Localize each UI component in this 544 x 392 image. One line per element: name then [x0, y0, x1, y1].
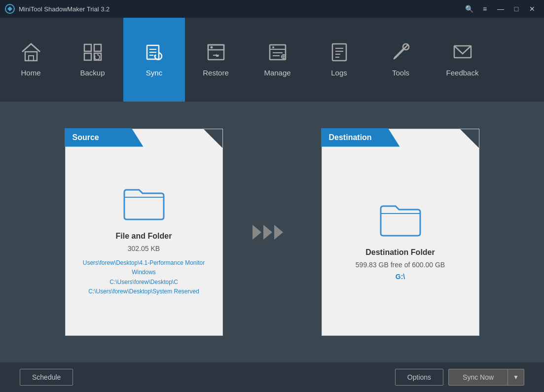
restore-icon: [206, 43, 226, 65]
source-card-corner: [204, 129, 222, 148]
sync-arrow: [253, 220, 292, 245]
destination-drive: G:\: [396, 273, 405, 281]
nav-item-backup[interactable]: Backup: [62, 18, 123, 102]
svg-rect-3: [84, 44, 91, 51]
source-header: Source: [65, 128, 144, 147]
title-bar-left: MiniTool ShadowMaker Trial 3.2: [5, 4, 109, 14]
nav-label-tools: Tools: [392, 69, 409, 77]
options-button[interactable]: Options: [395, 369, 443, 386]
source-card-body: File and Folder 302.05 KB Users\forew\De…: [66, 129, 222, 335]
svg-marker-33: [263, 225, 272, 240]
source-folder-icon: [122, 182, 166, 222]
svg-rect-2: [29, 56, 34, 61]
nav-label-manage: Manage: [264, 69, 290, 77]
search-button[interactable]: 🔍: [462, 3, 476, 14]
svg-point-17: [272, 46, 274, 48]
svg-rect-4: [94, 44, 101, 51]
nav-bar: Home Backup Sync: [0, 18, 544, 102]
app-logo-icon: [5, 4, 15, 14]
bottom-bar: Schedule Options Sync Now ▼: [0, 362, 544, 392]
source-paths: Users\forew\Desktop\4.1-Performance Moni…: [75, 258, 213, 296]
close-button[interactable]: ✕: [525, 3, 539, 14]
svg-point-13: [210, 46, 213, 48]
nav-item-tools[interactable]: Tools: [370, 18, 432, 102]
nav-label-home: Home: [21, 69, 40, 77]
nav-label-logs: Logs: [331, 69, 347, 77]
nav-label-restore: Restore: [203, 69, 229, 77]
destination-card-corner: [460, 129, 479, 148]
backup-icon: [83, 43, 103, 65]
source-card[interactable]: Source File and Folder 302.05 KB Users\f…: [65, 129, 223, 336]
logs-icon: [329, 43, 349, 65]
source-title: File and Folder: [116, 232, 172, 241]
app-title: MiniTool ShadowMaker Trial 3.2: [19, 5, 109, 13]
home-icon: [21, 43, 41, 65]
nav-item-home[interactable]: Home: [0, 18, 62, 102]
feedback-icon: [453, 43, 472, 65]
svg-marker-32: [253, 225, 261, 240]
menu-button[interactable]: ≡: [478, 3, 492, 14]
nav-label-feedback: Feedback: [446, 69, 479, 77]
destination-card-body: Destination Folder 599.83 GB free of 600…: [322, 129, 479, 335]
nav-item-manage[interactable]: Manage: [247, 18, 308, 102]
nav-item-feedback[interactable]: Feedback: [432, 18, 493, 102]
schedule-button[interactable]: Schedule: [20, 369, 73, 386]
source-size: 302.05 KB: [128, 245, 160, 252]
sync-icon: [145, 43, 164, 65]
nav-item-restore[interactable]: Restore: [185, 18, 247, 102]
destination-title: Destination Folder: [365, 248, 435, 257]
destination-header: Destination: [321, 128, 400, 147]
nav-item-sync[interactable]: Sync: [123, 18, 185, 102]
sync-now-dropdown-button[interactable]: ▼: [508, 369, 524, 386]
svg-rect-23: [332, 44, 346, 61]
chevron-down-icon: ▼: [513, 374, 519, 381]
minimize-button[interactable]: —: [494, 3, 508, 14]
main-content: Source File and Folder 302.05 KB Users\f…: [0, 102, 544, 362]
manage-icon: [268, 43, 288, 65]
svg-rect-5: [84, 53, 91, 60]
nav-item-logs[interactable]: Logs: [308, 18, 370, 102]
tools-icon: [391, 43, 411, 65]
window-controls: 🔍 ≡ — □ ✕: [462, 3, 539, 14]
destination-card[interactable]: Destination Destination Folder 599.83 GB…: [322, 129, 479, 336]
sync-now-button[interactable]: Sync Now: [448, 369, 508, 386]
right-buttons: Options Sync Now ▼: [395, 369, 524, 386]
destination-free-space: 599.83 GB free of 600.00 GB: [356, 261, 445, 269]
title-bar: MiniTool ShadowMaker Trial 3.2 🔍 ≡ — □ ✕: [0, 0, 544, 18]
maximize-button[interactable]: □: [509, 3, 523, 14]
destination-folder-icon: [378, 199, 423, 238]
svg-marker-34: [274, 225, 283, 240]
nav-label-sync: Sync: [146, 69, 162, 77]
nav-label-backup: Backup: [80, 69, 105, 77]
